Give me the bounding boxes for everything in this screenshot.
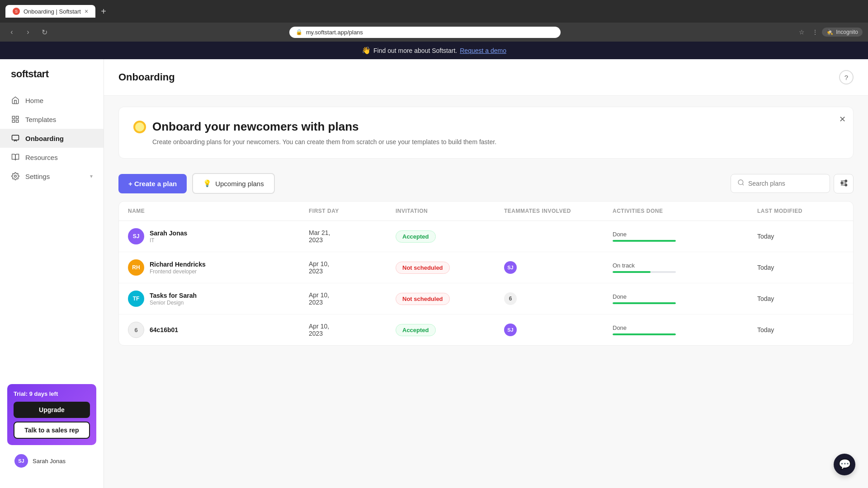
teammates-cell: SJ [504,324,613,336]
sidebar-bottom: Trial: 9 days left Upgrade Talk to a sal… [0,377,104,480]
sidebar-item-home[interactable]: Home [0,91,104,110]
invitation-badge: Accepted [396,230,436,243]
lock-icon: 🔒 [296,29,302,35]
activity-label: On track [613,262,757,269]
activity-label: Done [613,293,757,300]
first-day-cell: Mar 21,2023 [309,229,396,244]
svg-rect-3 [16,120,19,122]
sidebar-item-settings[interactable]: Settings ▾ [0,167,104,186]
svg-rect-4 [12,135,19,140]
progress-bar [613,240,676,242]
person-info: 64c16b01 [150,326,178,333]
upcoming-plans-button[interactable]: 💡 Upcoming plans [192,173,275,194]
progress-bar [613,333,676,335]
person-info: Richard Hendricks Frontend developer [150,261,206,275]
svg-point-11 [845,180,847,182]
sidebar-item-onboarding[interactable]: Onboarding [0,129,104,148]
activities-cell: Done [613,231,757,242]
filter-button[interactable] [834,174,854,193]
col-last-modified: LAST MODIFIED [757,208,844,214]
talk-to-sales-button[interactable]: Talk to a sales rep [14,422,90,439]
user-initials: SJ [18,458,24,464]
bookmark-icon[interactable]: ☆ [799,28,805,36]
tab-title: Onboarding | Softstart [24,8,81,15]
forward-button[interactable]: › [22,26,34,38]
person-cell: 6 64c16b01 [128,322,309,338]
table-row[interactable]: SJ Sarah Jonas IT Mar 21,2023 Accepted D… [119,221,853,252]
col-invitation: INVITATION [396,208,504,214]
person-name: Tasks for Sarah [150,292,197,299]
menu-icon[interactable]: ⋮ [812,28,818,36]
person-role: IT [150,237,187,244]
onboarding-icon [11,134,20,143]
chat-icon: 💬 [839,459,851,470]
chat-bubble-button[interactable]: 💬 [834,454,855,475]
back-button[interactable]: ‹ [5,26,18,38]
sidebar-onboarding-label: Onboarding [25,135,64,142]
activities-cell: On track [613,262,757,273]
help-button[interactable]: ? [839,70,854,84]
col-first-day: FIRST DAY [309,208,396,214]
person-role: Frontend developer [150,268,206,275]
lightbulb-icon: 💡 [203,179,212,188]
sidebar-item-templates[interactable]: Templates [0,110,104,129]
close-intro-button[interactable]: ✕ [839,114,846,124]
search-bar [731,174,854,193]
settings-icon [11,172,20,181]
new-tab-button[interactable]: + [101,6,106,17]
teammate-avatar: SJ [504,324,517,336]
invitation-badge: Not scheduled [396,293,450,305]
wave-emoji: 👋 [362,46,371,55]
activity-label: Done [613,324,757,331]
person-cell: RH Richard Hendricks Frontend developer [128,259,309,276]
current-user: SJ Sarah Jonas [7,449,96,473]
sidebar-resources-label: Resources [25,154,58,161]
onboarding-intro-card: ✕ Onboard your newcomers with plans Crea… [118,107,854,159]
app-logo: softstart [0,68,104,91]
svg-rect-2 [12,120,14,122]
invitation-cell: Not scheduled [396,262,504,274]
tab-favicon: S [13,8,20,15]
person-cell: SJ Sarah Jonas IT [128,228,309,244]
home-icon [11,96,20,105]
sidebar-home-label: Home [25,97,43,104]
trial-text: Trial: 9 days left [14,390,90,397]
address-bar[interactable]: 🔒 my.softstart.app/plans [289,27,561,38]
nav-actions: ☆ ⋮ 🕵 Incognito [799,28,863,37]
sidebar-item-resources[interactable]: Resources [0,148,104,167]
col-activities: ACTIVITIES DONE [613,208,757,214]
table-row[interactable]: TF Tasks for Sarah Senior Design Apr 10,… [119,283,853,314]
app-container: softstart Home Templates Onboarding [0,59,868,488]
create-plan-button[interactable]: + Create a plan [118,174,187,193]
person-role: Senior Design [150,300,197,306]
col-teammates: TEAMMATES INVOLVED [504,208,613,214]
filter-icon [840,179,848,188]
onboard-heading: Onboard your newcomers with plans [133,120,839,134]
tab-close-button[interactable]: × [85,8,88,15]
search-input-wrapper[interactable] [731,174,830,193]
table-row[interactable]: 6 64c16b01 Apr 10,2023 Accepted SJ Done [119,314,853,345]
search-input[interactable] [748,180,821,187]
svg-point-6 [738,180,743,185]
chevron-down-icon: ▾ [90,173,93,179]
person-name: Richard Hendricks [150,261,206,268]
request-demo-link[interactable]: Request a demo [460,47,506,54]
upcoming-plans-label: Upcoming plans [215,180,264,188]
upgrade-button[interactable]: Upgrade [14,402,90,418]
sidebar-templates-label: Templates [25,116,56,123]
active-tab[interactable]: S Onboarding | Softstart × [5,5,95,18]
plans-table: NAME FIRST DAY INVITATION TEAMMATES INVO… [118,201,854,346]
main-header: Onboarding ? [104,59,868,96]
invitation-cell: Accepted [396,230,504,243]
last-modified-cell: Today [757,326,844,333]
invitation-cell: Not scheduled [396,293,504,305]
svg-point-5 [14,175,17,178]
main-content: Onboarding ? ✕ Onboard your newcomers wi… [104,59,868,488]
last-modified-cell: Today [757,233,844,240]
table-header: NAME FIRST DAY INVITATION TEAMMATES INVO… [119,202,853,221]
svg-point-13 [845,184,847,186]
table-row[interactable]: RH Richard Hendricks Frontend developer … [119,252,853,283]
person-info: Sarah Jonas IT [150,230,187,244]
avatar: TF [128,291,144,307]
refresh-button[interactable]: ↻ [38,26,51,38]
